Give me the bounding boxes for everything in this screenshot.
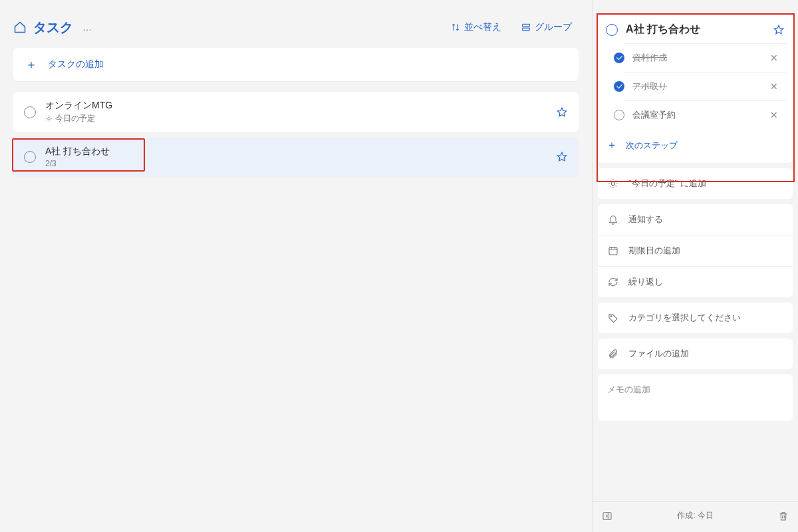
note-input[interactable]: メモの追加: [598, 374, 793, 421]
star-button[interactable]: [556, 151, 568, 163]
svg-rect-4: [609, 247, 617, 255]
due-date-button[interactable]: 期限日の追加: [598, 235, 793, 266]
svg-rect-0: [523, 24, 530, 27]
plus-icon: ＋: [606, 138, 618, 152]
delete-step-icon[interactable]: ✕: [770, 53, 778, 63]
sort-icon: [451, 23, 460, 32]
step-row[interactable]: 会議室予約 ✕: [624, 100, 786, 129]
remind-label: 通知する: [628, 213, 663, 225]
delete-task-icon[interactable]: [778, 511, 789, 521]
created-text: 作成: 今日: [677, 510, 714, 521]
complete-toggle[interactable]: [24, 151, 36, 163]
detail-title[interactable]: A社 打ち合わせ: [626, 23, 765, 37]
plus-icon: ＋: [25, 59, 37, 70]
task-row[interactable]: オンラインMTG 今日の予定: [13, 92, 579, 132]
task-progress: 2/3: [45, 159, 547, 168]
paperclip-icon: [607, 348, 619, 359]
complete-toggle[interactable]: [24, 106, 36, 118]
header: タスク … 並べ替え グループ: [13, 12, 579, 48]
sun-icon: [607, 178, 619, 189]
sun-icon: [45, 115, 53, 122]
step-row[interactable]: 資料作成 ✕: [624, 43, 786, 72]
attach-file-button[interactable]: ファイルの追加: [598, 338, 793, 369]
task-subtitle: 今日の予定: [45, 113, 547, 124]
group-button[interactable]: グループ: [515, 17, 579, 37]
step-text: 資料作成: [632, 52, 762, 64]
svg-rect-1: [523, 28, 530, 31]
step-row[interactable]: アポ取り ✕: [624, 72, 786, 100]
task-row[interactable]: A社 打ち合わせ 2/3: [13, 138, 579, 176]
task-title: オンラインMTG: [45, 100, 547, 112]
add-task-label: タスクの追加: [48, 59, 104, 70]
add-to-my-day-label: "今日の予定" に追加: [628, 178, 706, 190]
calendar-icon: [607, 245, 619, 256]
repeat-icon: [607, 277, 619, 287]
delete-step-icon[interactable]: ✕: [770, 110, 778, 120]
detail-footer: 作成: 今日: [593, 501, 798, 532]
add-task-button[interactable]: ＋ タスクの追加: [13, 48, 579, 81]
repeat-button[interactable]: 繰り返し: [598, 266, 793, 297]
svg-point-5: [610, 316, 612, 317]
step-text: 会議室予約: [632, 109, 762, 121]
page-title: タスク: [33, 19, 73, 37]
bell-icon: [607, 214, 619, 225]
step-toggle[interactable]: [614, 81, 624, 92]
delete-step-icon[interactable]: ✕: [770, 81, 778, 92]
star-button[interactable]: [773, 24, 785, 36]
star-button[interactable]: [556, 106, 568, 118]
step-toggle[interactable]: [614, 53, 624, 63]
step-text: アポ取り: [632, 80, 762, 92]
add-to-my-day-button[interactable]: "今日の予定" に追加: [598, 168, 793, 199]
home-icon[interactable]: [13, 21, 27, 34]
hide-detail-icon[interactable]: [602, 511, 612, 521]
more-menu[interactable]: …: [80, 22, 96, 33]
attach-file-label: ファイルの追加: [628, 348, 689, 360]
remind-button[interactable]: 通知する: [598, 204, 793, 235]
group-icon: [521, 23, 531, 32]
sort-label: 並べ替え: [464, 21, 501, 33]
svg-point-2: [48, 118, 51, 120]
category-label: カテゴリを選択してください: [628, 312, 741, 324]
category-button[interactable]: カテゴリを選択してください: [598, 303, 793, 333]
sort-button[interactable]: 並べ替え: [444, 17, 508, 37]
svg-point-3: [611, 182, 614, 185]
due-date-label: 期限日の追加: [628, 245, 680, 257]
repeat-label: 繰り返し: [628, 276, 663, 288]
task-detail-panel: A社 打ち合わせ 資料作成 ✕ アポ取り ✕ 会議室予約 ✕ ＋ 次のステップ: [592, 0, 798, 532]
task-title: A社 打ち合わせ: [45, 146, 547, 158]
tag-icon: [607, 313, 619, 323]
note-placeholder: メモの追加: [607, 384, 650, 394]
group-label: グループ: [535, 21, 572, 33]
add-step-button[interactable]: ＋ 次のステップ: [598, 129, 793, 163]
step-toggle[interactable]: [614, 110, 624, 120]
add-step-label: 次のステップ: [626, 140, 678, 152]
complete-toggle[interactable]: [606, 24, 618, 36]
